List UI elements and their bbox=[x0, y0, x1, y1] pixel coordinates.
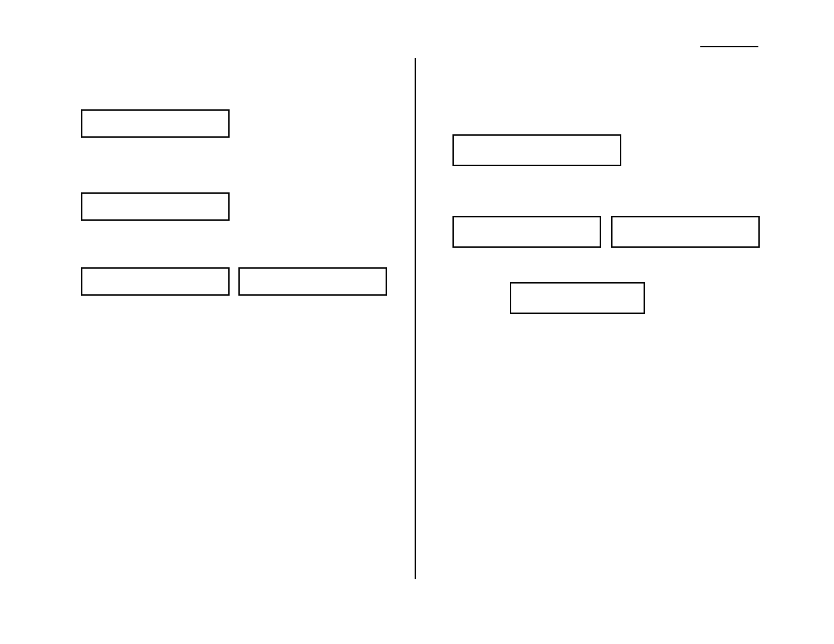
top-right-underline bbox=[700, 46, 758, 47]
input-right-top[interactable] bbox=[452, 134, 621, 166]
input-left-bottom-a[interactable] bbox=[81, 267, 230, 296]
input-left-middle[interactable] bbox=[81, 192, 230, 221]
input-right-mid-b[interactable] bbox=[611, 216, 760, 248]
input-right-bottom[interactable] bbox=[510, 282, 645, 314]
input-left-bottom-b[interactable] bbox=[238, 267, 387, 296]
vertical-divider bbox=[415, 58, 416, 579]
input-left-top[interactable] bbox=[81, 109, 230, 138]
input-right-mid-a[interactable] bbox=[452, 216, 601, 248]
